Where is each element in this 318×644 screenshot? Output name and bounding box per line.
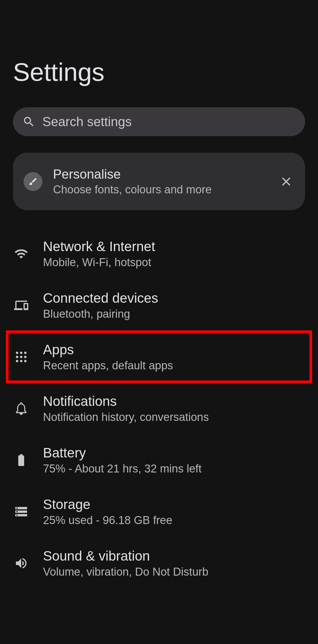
svg-point-1: [20, 352, 22, 354]
item-subtitle: Recent apps, default apps: [43, 359, 305, 372]
item-subtitle: 25% used - 96.18 GB free: [43, 514, 305, 527]
page-header: Settings: [13, 0, 305, 107]
battery-icon: [14, 453, 28, 467]
search-bar[interactable]: Search settings: [13, 107, 305, 136]
item-title: Storage: [43, 496, 305, 512]
close-icon[interactable]: [279, 174, 293, 189]
item-subtitle: Notification history, conversations: [43, 411, 305, 424]
settings-item-sound[interactable]: Sound & vibration Volume, vibration, Do …: [13, 537, 305, 589]
storage-icon: [14, 505, 28, 519]
apps-icon: [14, 350, 28, 364]
card-text: Personalise Choose fonts, colours and mo…: [53, 167, 279, 196]
settings-item-storage[interactable]: Storage 25% used - 96.18 GB free: [13, 486, 305, 537]
item-subtitle: Volume, vibration, Do Not Disturb: [43, 566, 305, 578]
brush-icon-wrap: [24, 172, 42, 191]
settings-item-connected-devices[interactable]: Connected devices Bluetooth, pairing: [13, 279, 305, 331]
item-title: Battery: [43, 445, 305, 461]
svg-point-0: [16, 352, 18, 354]
sound-icon: [14, 556, 28, 570]
brush-icon: [28, 177, 38, 186]
svg-point-7: [20, 360, 22, 362]
settings-item-notifications[interactable]: Notifications Notification history, conv…: [13, 383, 305, 434]
settings-item-apps[interactable]: Apps Recent apps, default apps: [13, 331, 305, 383]
search-placeholder: Search settings: [42, 114, 132, 129]
notifications-icon: [14, 401, 28, 416]
item-title: Connected devices: [43, 290, 305, 306]
settings-list: Network & Internet Mobile, Wi-Fi, hotspo…: [13, 228, 305, 589]
page-title: Settings: [13, 57, 305, 87]
item-subtitle: Bluetooth, pairing: [43, 308, 305, 320]
personalise-card[interactable]: Personalise Choose fonts, colours and mo…: [13, 153, 305, 210]
item-subtitle: 75% - About 21 hrs, 32 mins left: [43, 462, 305, 475]
card-title: Personalise: [53, 167, 279, 182]
svg-point-6: [16, 360, 18, 362]
search-icon: [22, 115, 35, 128]
devices-icon: [14, 298, 28, 312]
item-title: Sound & vibration: [43, 548, 305, 564]
svg-point-3: [16, 356, 18, 358]
settings-item-battery[interactable]: Battery 75% - About 21 hrs, 32 mins left: [13, 434, 305, 486]
card-subtitle: Choose fonts, colours and more: [53, 183, 279, 196]
settings-item-network[interactable]: Network & Internet Mobile, Wi-Fi, hotspo…: [13, 228, 305, 279]
svg-point-8: [24, 360, 26, 362]
item-title: Network & Internet: [43, 238, 305, 254]
svg-point-5: [24, 356, 26, 358]
item-title: Apps: [43, 342, 305, 358]
item-title: Notifications: [43, 393, 305, 409]
wifi-icon: [14, 247, 28, 261]
svg-point-4: [20, 356, 22, 358]
svg-point-2: [24, 352, 26, 354]
item-subtitle: Mobile, Wi-Fi, hotspot: [43, 256, 305, 269]
